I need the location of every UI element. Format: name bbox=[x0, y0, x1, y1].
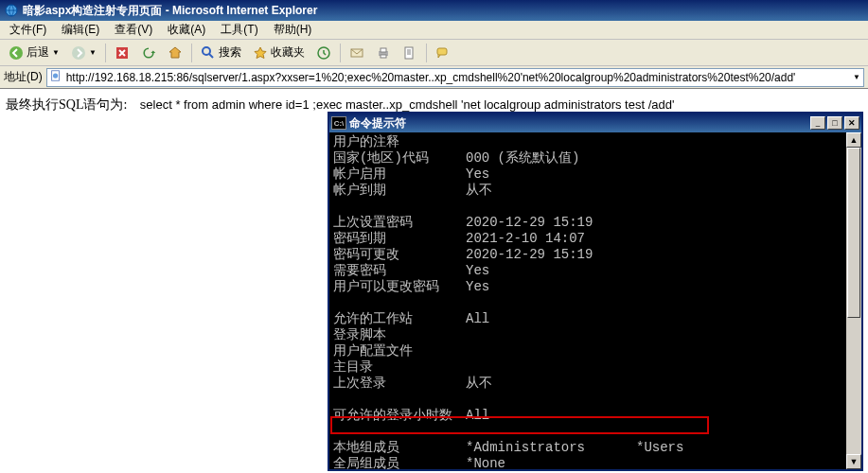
refresh-button[interactable] bbox=[136, 43, 161, 63]
menu-help[interactable]: 帮助(H) bbox=[268, 20, 318, 40]
dropdown-icon[interactable]: ▼ bbox=[850, 73, 863, 81]
favorites-button[interactable]: 收藏夹 bbox=[248, 43, 310, 63]
sql-label: 最终执行SQL语句为: bbox=[6, 97, 127, 112]
cmd-title: 命令提示符 bbox=[349, 115, 406, 131]
highlight-box bbox=[330, 416, 709, 434]
separator bbox=[191, 44, 192, 62]
back-label: 后退 bbox=[27, 44, 49, 61]
address-label: 地址(D) bbox=[4, 69, 43, 85]
print-button[interactable] bbox=[371, 43, 396, 63]
cmd-scrollbar[interactable]: ▲ ▼ bbox=[846, 132, 861, 469]
svg-point-4 bbox=[203, 47, 210, 55]
svg-rect-11 bbox=[437, 48, 447, 55]
svg-rect-10 bbox=[405, 47, 413, 59]
scroll-up-button[interactable]: ▲ bbox=[846, 132, 861, 148]
separator bbox=[105, 44, 106, 62]
svg-rect-8 bbox=[381, 48, 386, 52]
page-icon bbox=[47, 69, 64, 85]
address-bar: 地址(D) ▼ bbox=[0, 66, 868, 89]
mail-button[interactable] bbox=[345, 43, 369, 63]
svg-rect-9 bbox=[381, 55, 386, 58]
sql-text: select * from admin where id=1 ;exec mas… bbox=[140, 97, 675, 112]
menu-favorites[interactable]: 收藏(A) bbox=[162, 20, 211, 40]
svg-point-13 bbox=[53, 73, 58, 78]
forward-button[interactable]: ▼ bbox=[66, 43, 101, 63]
stop-button[interactable] bbox=[110, 43, 134, 63]
menu-tools[interactable]: 工具(T) bbox=[215, 20, 263, 40]
home-button[interactable] bbox=[163, 43, 187, 63]
cmd-titlebar[interactable]: C:\ 命令提示符 _ □ ✕ bbox=[329, 114, 861, 132]
edit-button[interactable] bbox=[398, 43, 422, 63]
svg-point-2 bbox=[72, 46, 85, 60]
ie-icon bbox=[4, 3, 19, 18]
search-label: 搜索 bbox=[219, 44, 241, 61]
fav-label: 收藏夹 bbox=[271, 44, 305, 61]
search-button[interactable]: 搜索 bbox=[196, 43, 246, 63]
url-input[interactable] bbox=[64, 71, 850, 84]
history-button[interactable] bbox=[311, 43, 336, 63]
back-button[interactable]: 后退 ▼ bbox=[4, 43, 64, 63]
scroll-thumb[interactable] bbox=[847, 148, 860, 318]
window-title: 暗影aspx构造注射专用页面 - Microsoft Internet Expl… bbox=[23, 3, 317, 19]
minimize-button[interactable]: _ bbox=[810, 116, 825, 130]
separator bbox=[340, 44, 341, 62]
separator bbox=[426, 44, 427, 62]
ie-titlebar: 暗影aspx构造注射专用页面 - Microsoft Internet Expl… bbox=[0, 0, 868, 21]
svg-point-1 bbox=[9, 46, 23, 60]
scroll-down-button[interactable]: ▼ bbox=[846, 454, 861, 469]
ie-toolbar: 后退 ▼ ▼ 搜索 收藏夹 bbox=[0, 40, 868, 66]
menu-file[interactable]: 文件(F) bbox=[4, 20, 52, 40]
cmd-icon: C:\ bbox=[331, 116, 346, 130]
chevron-down-icon: ▼ bbox=[89, 48, 97, 57]
ie-menubar: 文件(F) 编辑(E) 查看(V) 收藏(A) 工具(T) 帮助(H) bbox=[0, 21, 868, 40]
close-button[interactable]: ✕ bbox=[844, 116, 859, 130]
maximize-button[interactable]: □ bbox=[827, 116, 842, 130]
address-box[interactable]: ▼ bbox=[46, 68, 864, 87]
discuss-button[interactable] bbox=[431, 43, 455, 63]
menu-view[interactable]: 查看(V) bbox=[109, 20, 158, 40]
menu-edit[interactable]: 编辑(E) bbox=[56, 20, 105, 40]
chevron-down-icon: ▼ bbox=[52, 48, 60, 57]
